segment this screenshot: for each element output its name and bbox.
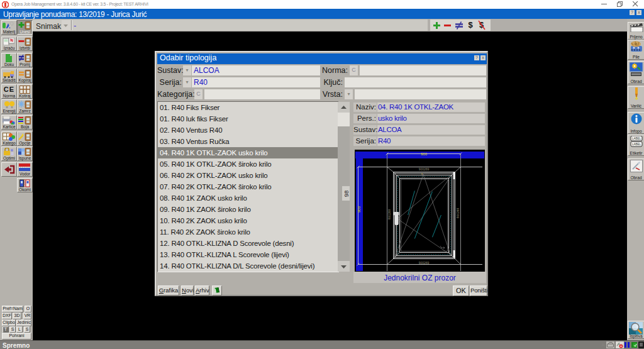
- svg-text:LABEL: LABEL: [632, 137, 641, 140]
- svg-text:900: 900: [421, 152, 428, 156]
- svg-text:LABEL: LABEL: [632, 143, 641, 146]
- svg-text:900: 900: [357, 206, 361, 213]
- svg-text:900269: 900269: [456, 208, 460, 218]
- svg-text:900269: 900269: [419, 261, 430, 265]
- svg-text:900269: 900269: [387, 209, 391, 219]
- svg-text:900269: 900269: [419, 167, 430, 171]
